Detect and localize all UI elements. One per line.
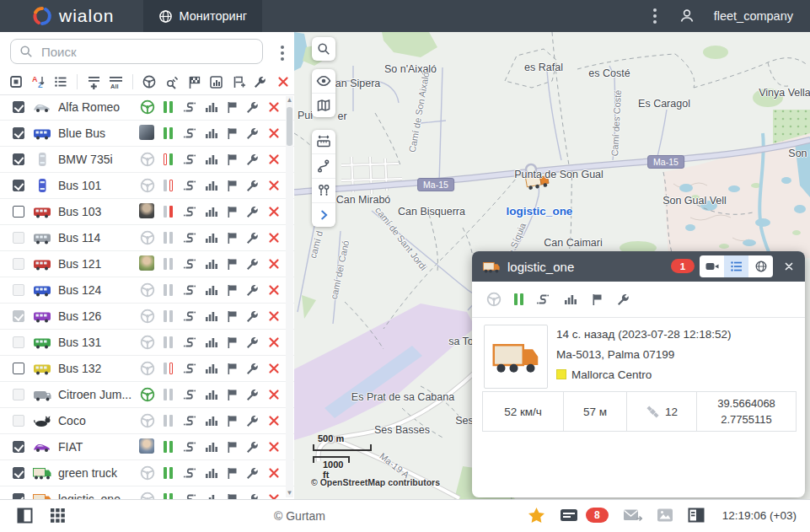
unit-checkbox[interactable] — [13, 493, 24, 499]
flag-icon[interactable] — [224, 230, 239, 245]
unit-name[interactable]: Bus 103 — [58, 205, 137, 218]
driver-state-icon[interactable] — [139, 203, 156, 220]
driver-state-icon[interactable] — [485, 291, 502, 308]
unit-checkbox[interactable] — [13, 127, 24, 139]
unit-name[interactable]: Citroen Jum... — [58, 388, 137, 401]
driver-photo[interactable] — [139, 438, 154, 454]
connection-column-icon[interactable] — [164, 73, 180, 91]
remove-icon[interactable] — [266, 152, 282, 167]
unit-row[interactable]: logistic_one — [0, 486, 294, 499]
unit-row[interactable]: BMW 735i — [0, 147, 294, 173]
quick-report-icon[interactable] — [203, 387, 218, 402]
unit-row[interactable]: Bus 114 — [0, 225, 294, 251]
trace-icon[interactable] — [182, 361, 197, 376]
properties-icon[interactable] — [616, 292, 631, 307]
username[interactable]: fleet_company — [714, 9, 793, 23]
remove-icon[interactable] — [266, 413, 282, 428]
flag-icon[interactable] — [224, 204, 239, 219]
flag-icon[interactable] — [224, 256, 239, 271]
unit-checkbox[interactable] — [13, 153, 24, 165]
flag-icon[interactable] — [224, 309, 239, 324]
unit-name[interactable]: Bus 126 — [58, 309, 137, 323]
properties-icon[interactable] — [245, 204, 260, 219]
unit-row[interactable]: Coco — [0, 408, 294, 434]
star-icon[interactable] — [528, 507, 545, 524]
trace-icon[interactable] — [182, 256, 197, 271]
driver-state-icon[interactable] — [139, 255, 156, 272]
unit-name[interactable]: Bus 121 — [58, 257, 137, 271]
unit-name[interactable]: Bus 132 — [58, 362, 137, 375]
panel-icon[interactable] — [688, 508, 705, 523]
unit-name[interactable]: Bus 124 — [58, 283, 137, 297]
unit-row[interactable]: Bus 101 — [0, 173, 294, 199]
properties-icon[interactable] — [245, 282, 260, 298]
flag-icon[interactable] — [224, 99, 239, 115]
properties-icon[interactable] — [245, 465, 260, 481]
remove-icon[interactable] — [266, 465, 282, 481]
add-flag-icon[interactable] — [231, 73, 246, 91]
messages-icon[interactable] — [560, 508, 578, 523]
track-icon[interactable] — [312, 153, 335, 178]
quick-report-icon[interactable] — [203, 361, 218, 376]
driver-state-icon[interactable] — [139, 177, 156, 194]
unit-row[interactable]: Alfa Romeo — [0, 94, 294, 121]
unit-row[interactable]: Bus 103 — [0, 199, 294, 225]
unit-row[interactable]: green truck — [0, 460, 294, 486]
apps-grid-icon[interactable] — [50, 508, 66, 524]
quick-report-icon[interactable] — [203, 439, 218, 454]
unit-name[interactable]: Bus 101 — [58, 179, 137, 192]
unit-checkbox[interactable] — [13, 363, 24, 374]
visibility-eye-icon[interactable] — [312, 69, 335, 93]
search-input[interactable] — [40, 44, 262, 60]
markers-icon[interactable] — [312, 178, 335, 202]
remove-icon[interactable] — [266, 126, 282, 141]
driver-state-icon[interactable] — [139, 386, 156, 403]
trace-icon[interactable] — [182, 204, 197, 219]
quick-report-icon[interactable] — [203, 492, 218, 499]
properties-icon[interactable] — [245, 492, 260, 499]
properties-icon[interactable] — [245, 413, 260, 428]
trace-icon[interactable] — [182, 309, 197, 324]
mail-icon[interactable] — [623, 508, 642, 523]
flag-icon[interactable] — [224, 492, 239, 499]
unit-checkbox[interactable] — [13, 232, 24, 244]
driver-state-icon[interactable] — [139, 412, 156, 429]
flag-icon[interactable] — [589, 292, 604, 307]
flag-icon[interactable] — [224, 361, 239, 376]
remove-icon[interactable] — [266, 309, 282, 324]
properties-icon[interactable] — [245, 230, 260, 245]
quick-report-icon[interactable] — [203, 413, 218, 428]
globe-view-icon[interactable] — [748, 255, 773, 277]
driver-state-icon[interactable] — [139, 125, 156, 142]
quick-report-icon[interactable] — [203, 178, 218, 193]
notification-badge[interactable]: 1 — [671, 259, 695, 273]
chevron-right-icon[interactable] — [312, 202, 335, 227]
properties-icon[interactable] — [245, 152, 260, 167]
add-to-list-icon[interactable] — [86, 73, 101, 91]
flag-icon[interactable] — [224, 439, 239, 454]
unit-checkbox[interactable] — [13, 180, 24, 191]
sort-az-icon[interactable]: A Z — [30, 73, 46, 91]
unit-checkbox[interactable] — [13, 258, 24, 270]
remove-icon[interactable] — [266, 204, 282, 219]
driver-state-icon[interactable] — [139, 465, 156, 481]
driver-state-icon[interactable] — [139, 151, 156, 168]
trace-icon[interactable] — [182, 413, 197, 428]
flag-icon[interactable] — [224, 178, 239, 193]
unit-name[interactable]: Bus 114 — [58, 231, 137, 245]
unit-checkbox[interactable] — [13, 284, 24, 296]
remove-icon[interactable] — [266, 282, 282, 298]
driver-state-icon[interactable] — [139, 229, 156, 246]
properties-icon[interactable] — [245, 126, 260, 141]
trace-icon[interactable] — [182, 439, 197, 454]
user-icon[interactable] — [679, 8, 695, 24]
remove-icon[interactable] — [266, 492, 282, 499]
map-search-button[interactable] — [312, 37, 335, 61]
image-icon[interactable] — [657, 508, 673, 523]
unit-name[interactable]: BMW 735i — [58, 153, 137, 166]
flag-icon[interactable] — [224, 282, 239, 298]
driver-state-icon[interactable] — [139, 308, 156, 325]
unit-row[interactable]: Blue Bus — [0, 121, 294, 147]
clear-list-icon[interactable] — [276, 73, 291, 91]
quick-report-icon[interactable] — [203, 204, 218, 219]
